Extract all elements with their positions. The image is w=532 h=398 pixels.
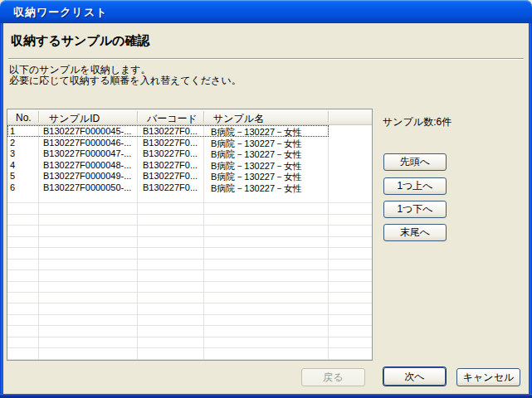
page-title: 収納するサンプルの確認 xyxy=(11,33,149,49)
cell-barcode: B130227F0... xyxy=(143,171,198,181)
cell-sample-id: B130227F0000048-... xyxy=(43,160,131,170)
window-border-right xyxy=(529,23,532,394)
instruction-line-2: 必要に応じて収納する順番を入れ替えてください。 xyxy=(9,75,242,86)
cancel-button[interactable]: キャンセル xyxy=(456,368,520,386)
back-button[interactable]: 戻る xyxy=(301,368,365,386)
window-border-left xyxy=(0,23,3,394)
column-header-sample-name[interactable]: サンプル名 xyxy=(213,112,264,126)
move-up-button[interactable]: 1つ上へ xyxy=(383,177,447,195)
cell-barcode: B130227F0... xyxy=(143,138,198,148)
column-header-barcode[interactable]: バーコード xyxy=(147,112,198,126)
cell-no: 4 xyxy=(10,160,15,170)
table-row[interactable]: 1 B130227F0000045-... B130227F0... B病院－1… xyxy=(7,125,372,137)
move-to-top-button[interactable]: 先頭へ xyxy=(383,153,447,171)
table-body: 1 B130227F0000045-... B130227F0... B病院－1… xyxy=(7,125,372,360)
move-to-bottom-button[interactable]: 末尾へ xyxy=(383,224,447,241)
table-row[interactable]: 5 B130227F0000049-... B130227F0... B病院－1… xyxy=(7,170,372,182)
sample-list-header: No. サンプルID バーコード サンプル名 xyxy=(7,109,372,125)
column-header-no[interactable]: No. xyxy=(16,112,32,124)
heading-separator xyxy=(8,58,524,60)
header-separator xyxy=(137,111,138,123)
cell-barcode: B130227F0... xyxy=(143,126,198,136)
table-row[interactable]: 3 B130227F0000047-... B130227F0... B病院－1… xyxy=(7,148,372,159)
column-header-sample-id[interactable]: サンプルID xyxy=(49,112,100,126)
cell-no: 1 xyxy=(10,126,15,136)
titlebar[interactable]: 収納ワークリスト xyxy=(0,0,532,23)
sample-count-label: サンプル数:6件 xyxy=(383,115,451,129)
cell-barcode: B130227F0... xyxy=(143,182,198,192)
cell-sample-id: B130227F0000046-... xyxy=(43,138,131,148)
dialog-window: 収納ワークリスト 収納するサンプルの確認 以下のサンプルを収納します。 必要に応… xyxy=(0,0,532,398)
cell-no: 3 xyxy=(10,148,15,158)
header-separator xyxy=(203,111,204,123)
cell-sample-id: B130227F0000050-... xyxy=(43,182,131,192)
window-border-bottom xyxy=(0,394,532,398)
cell-sample-id: B130227F0000047-... xyxy=(43,148,131,158)
cell-sample-id: B130227F0000045-... xyxy=(43,126,131,136)
header-separator xyxy=(328,111,329,123)
table-row[interactable]: 2 B130227F0000046-... B130227F0... B病院－1… xyxy=(7,137,372,148)
cell-sample-name: B病院－130227－女性 xyxy=(211,182,302,195)
table-row[interactable]: 6 B130227F0000050-... B130227F0... B病院－1… xyxy=(7,182,372,193)
sample-list[interactable]: No. サンプルID バーコード サンプル名 1 B130227F0000045… xyxy=(7,109,373,361)
cell-no: 2 xyxy=(10,138,15,148)
cell-no: 5 xyxy=(10,171,15,181)
cell-barcode: B130227F0... xyxy=(143,160,198,170)
window-title: 収納ワークリスト xyxy=(13,5,108,20)
cell-sample-id: B130227F0000049-... xyxy=(43,171,131,181)
header-separator xyxy=(38,111,39,123)
next-button[interactable]: 次へ xyxy=(383,367,446,386)
move-down-button[interactable]: 1つ下へ xyxy=(383,201,447,218)
table-row[interactable]: 4 B130227F0000048-... B130227F0... B病院－1… xyxy=(7,159,372,171)
cell-barcode: B130227F0... xyxy=(143,148,198,158)
cell-no: 6 xyxy=(10,182,15,192)
